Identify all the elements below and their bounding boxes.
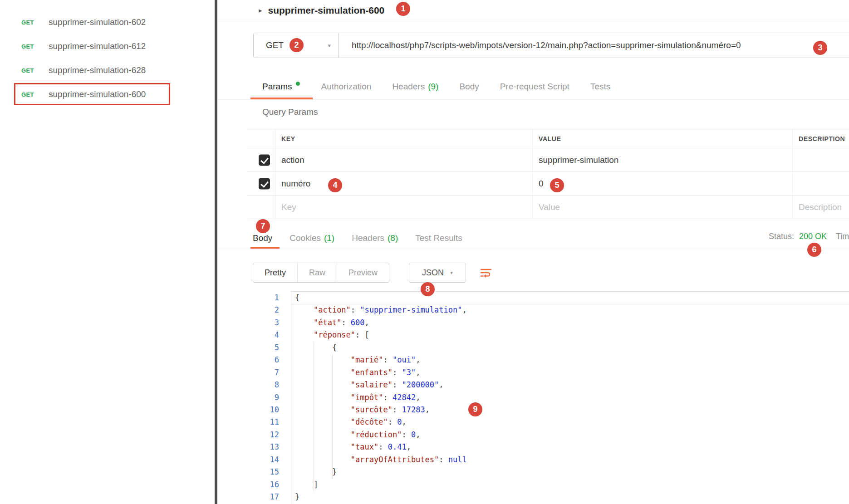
code-line: 11 "décôte": 0, — [217, 416, 849, 428]
params-active-dot-icon — [296, 82, 300, 86]
request-name: supprimer-simulation-602 — [49, 17, 146, 27]
sidebar-item-supprimer-simulation-600[interactable]: GETsupprimer-simulation-600 — [0, 82, 215, 106]
format-select[interactable]: JSON ▾ — [409, 263, 466, 283]
collapse-caret-icon[interactable]: ▸ — [259, 6, 262, 15]
column-divider — [275, 129, 275, 219]
response-time-label: Time: — [836, 232, 849, 241]
param-key-placeholder: Key — [281, 202, 296, 212]
request-header: ▸ supprimer-simulation-600 — [259, 0, 384, 21]
column-header-value: VALUE — [539, 135, 561, 142]
sidebar-item-supprimer-simulation-612[interactable]: GETsupprimer-simulation-612 — [0, 34, 215, 58]
code-text: "réduction": 0, — [295, 429, 420, 441]
divider-line — [217, 99, 849, 100]
method-select[interactable]: GET ▾ — [254, 33, 339, 58]
code-line: 2 "action": "supprimer-simulation", — [217, 304, 849, 316]
tab-body[interactable]: Body — [459, 82, 479, 92]
code-line: 8 "salaire": "200000", — [217, 379, 849, 391]
code-text: "taux": 0.41, — [295, 441, 411, 453]
line-number: 14 — [217, 454, 279, 466]
divider-line — [217, 21, 849, 21]
tab-count: (1) — [324, 233, 334, 243]
wrap-lines-button[interactable] — [474, 263, 498, 283]
code-line: 5 { — [217, 342, 849, 354]
request-method-label: GET — [21, 91, 34, 98]
url-input[interactable]: http://localhost/php7/scripts-web/impots… — [352, 40, 741, 50]
checkbox-checked-icon[interactable] — [259, 154, 270, 166]
code-text: "réponse": [ — [295, 329, 369, 341]
code-text: "marié": "oui", — [295, 354, 420, 366]
request-panel: ▸ supprimer-simulation-600 GET ▾ http://… — [217, 0, 849, 504]
table-row[interactable]: actionsupprimer-simulation — [247, 148, 849, 172]
param-value: 0 — [539, 179, 544, 189]
request-tabs: ParamsAuthorizationHeaders(9)BodyPre-req… — [262, 75, 610, 98]
line-number: 10 — [217, 404, 279, 416]
response-tabs: BodyCookies(1)Headers(8)Test Results — [253, 227, 462, 249]
tab-label: Params — [262, 82, 292, 92]
divider-line — [217, 249, 849, 249]
code-text: "surcôte": 17283, — [295, 404, 430, 416]
code-text: ] — [295, 479, 318, 491]
tab-tests[interactable]: Tests — [590, 82, 610, 92]
view-mode-preview[interactable]: Preview — [337, 263, 389, 282]
code-text: "action": "supprimer-simulation", — [295, 304, 467, 316]
line-number: 9 — [217, 391, 279, 404]
line-number: 17 — [217, 491, 279, 503]
method-label: GET — [266, 40, 284, 50]
line-number: 15 — [217, 466, 279, 478]
request-name: supprimer-simulation-628 — [49, 65, 146, 75]
tab-label: Tests — [590, 82, 610, 92]
table-row-placeholder[interactable]: KeyValueDescription — [247, 196, 849, 219]
param-value-placeholder: Value — [539, 202, 560, 212]
line-number: 13 — [217, 441, 279, 453]
request-method-label: GET — [21, 67, 34, 73]
request-name: supprimer-simulation-612 — [49, 41, 146, 51]
query-params-title: Query Params — [262, 107, 318, 117]
view-mode-pretty[interactable]: Pretty — [253, 263, 297, 282]
line-number: 7 — [217, 367, 279, 379]
tab-body[interactable]: Body — [253, 233, 272, 243]
tab-params[interactable]: Params — [262, 82, 300, 92]
tab-test-results[interactable]: Test Results — [415, 233, 462, 243]
query-params-table: KEYVALUEDESCRIPTION actionsupprimer-simu… — [247, 129, 849, 219]
code-text: } — [295, 491, 299, 503]
status-label: Status: — [769, 232, 794, 241]
tab-count: (8) — [388, 233, 398, 243]
tab-label: Cookies — [290, 233, 321, 243]
param-key: numéro — [281, 179, 310, 189]
checkbox-checked-icon[interactable] — [259, 178, 270, 189]
line-number: 8 — [217, 379, 279, 391]
tab-label: Headers — [352, 233, 384, 243]
line-number: 11 — [217, 416, 279, 428]
param-key: action — [281, 155, 304, 165]
sidebar-item-supprimer-simulation-602[interactable]: GETsupprimer-simulation-602 — [0, 10, 215, 34]
code-text: { — [295, 292, 299, 304]
param-description-placeholder: Description — [799, 202, 842, 212]
response-body-editor[interactable]: 1{2 "action": "supprimer-simulation",3 "… — [217, 290, 849, 504]
tab-headers[interactable]: Headers(9) — [392, 82, 438, 92]
status-value: 200 OK — [799, 232, 827, 241]
request-name: supprimer-simulation-600 — [49, 89, 146, 99]
column-header-key: KEY — [281, 135, 295, 142]
code-line: 3 "état": 600, — [217, 317, 849, 329]
code-line: 15 } — [217, 466, 849, 478]
view-mode-raw[interactable]: Raw — [297, 263, 337, 282]
tab-headers[interactable]: Headers(8) — [352, 233, 398, 243]
code-text: } — [295, 466, 337, 478]
request-title: supprimer-simulation-600 — [268, 5, 385, 16]
code-text: { — [295, 342, 337, 354]
tab-pre-request-script[interactable]: Pre-request Script — [500, 82, 569, 92]
column-divider — [792, 129, 793, 219]
tab-cookies[interactable]: Cookies(1) — [290, 233, 334, 243]
table-row[interactable]: numéro0 — [247, 172, 849, 196]
request-method-label: GET — [21, 19, 34, 25]
sidebar-item-supprimer-simulation-628[interactable]: GETsupprimer-simulation-628 — [0, 58, 215, 82]
code-line: 16 ] — [217, 479, 849, 491]
code-lines: 1{2 "action": "supprimer-simulation",3 "… — [217, 292, 849, 503]
tab-authorization[interactable]: Authorization — [321, 82, 371, 92]
code-line: 6 "marié": "oui", — [217, 354, 849, 366]
url-bar: GET ▾ http://localhost/php7/scripts-web/… — [253, 33, 849, 58]
code-text: "salaire": "200000", — [295, 379, 444, 391]
table-header: KEYVALUEDESCRIPTION — [247, 129, 849, 148]
chevron-down-icon: ▾ — [450, 269, 453, 276]
code-line: 10 "surcôte": 17283, — [217, 404, 849, 416]
